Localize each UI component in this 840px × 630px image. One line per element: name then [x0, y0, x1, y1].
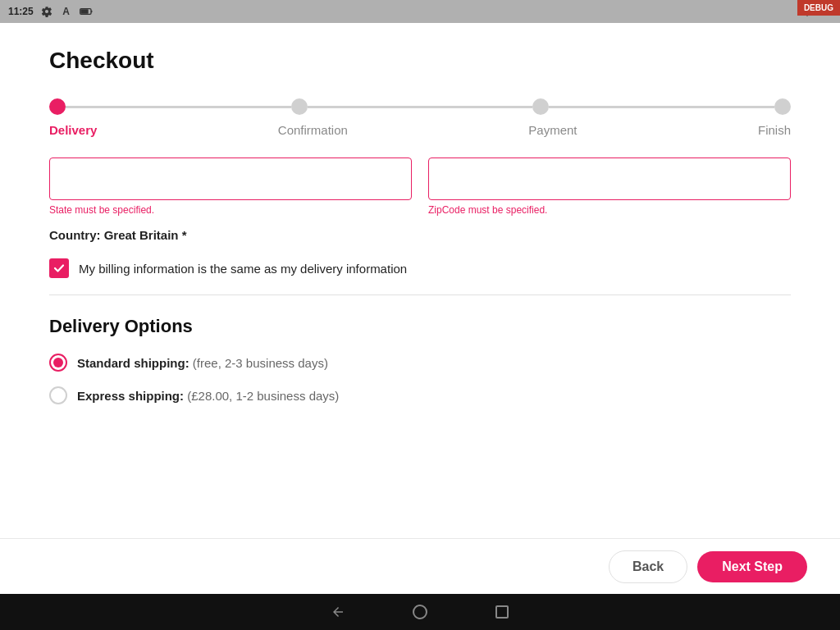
home-nav-button[interactable]: [412, 604, 428, 620]
back-nav-button[interactable]: [330, 604, 346, 620]
standard-shipping-option[interactable]: Standard shipping: (free, 2-3 business d…: [49, 354, 791, 372]
battery-icon: [80, 5, 93, 18]
step-dot-2: [291, 98, 308, 115]
radio-inner-selected: [53, 358, 63, 368]
step-line-1: [66, 106, 291, 108]
section-divider: [49, 294, 791, 295]
a-icon: A: [60, 5, 73, 18]
billing-checkbox[interactable]: [49, 258, 69, 278]
step-dot-4: [774, 98, 791, 115]
next-step-button[interactable]: Next Step: [697, 551, 807, 582]
zip-field: ZipCode must be specified.: [428, 158, 791, 216]
standard-shipping-radio[interactable]: [49, 354, 67, 372]
step-label-payment: Payment: [528, 123, 577, 137]
state-error: State must be specified.: [49, 204, 412, 216]
step-dot-1: [49, 98, 66, 115]
state-field: State must be specified.: [49, 158, 412, 216]
step-label-finish: Finish: [758, 123, 791, 137]
form-row: State must be specified. ZipCode must be…: [49, 158, 791, 216]
step-dot-3: [532, 98, 549, 115]
zip-error: ZipCode must be specified.: [428, 204, 791, 216]
svg-rect-2: [80, 9, 88, 13]
standard-shipping-label: Standard shipping: (free, 2-3 business d…: [77, 356, 328, 370]
country-text: Country: Great Britain *: [49, 228, 791, 242]
billing-checkbox-label: My billing information is the same as my…: [79, 262, 407, 276]
step-line-2: [308, 106, 533, 108]
status-bar: 11:25 A: [0, 0, 840, 23]
step-label-confirmation: Confirmation: [278, 123, 348, 137]
step-line-3: [549, 106, 774, 108]
back-button[interactable]: Back: [609, 550, 687, 583]
svg-rect-1: [91, 11, 92, 13]
express-shipping-label: Express shipping: (£28.00, 1-2 business …: [77, 389, 339, 403]
time-display: 11:25: [8, 6, 34, 17]
billing-checkbox-row[interactable]: My billing information is the same as my…: [49, 258, 791, 278]
state-input[interactable]: [49, 158, 412, 200]
gear-icon: [40, 5, 53, 18]
bottom-bar: Back Next Step: [0, 538, 840, 594]
express-shipping-option[interactable]: Express shipping: (£28.00, 1-2 business …: [49, 386, 791, 404]
zip-input[interactable]: [428, 158, 791, 200]
express-shipping-radio[interactable]: [49, 386, 67, 404]
recents-nav-button[interactable]: [494, 604, 510, 620]
delivery-options-title: Delivery Options: [49, 316, 791, 337]
android-nav-bar: [0, 594, 840, 630]
main-content: Checkout Delivery Confirmation Payment F…: [0, 23, 840, 538]
step-label-delivery: Delivery: [49, 123, 97, 137]
debug-badge: DEBUG: [797, 0, 840, 16]
page-title: Checkout: [49, 48, 791, 74]
progress-stepper: Delivery Confirmation Payment Finish: [49, 98, 791, 137]
